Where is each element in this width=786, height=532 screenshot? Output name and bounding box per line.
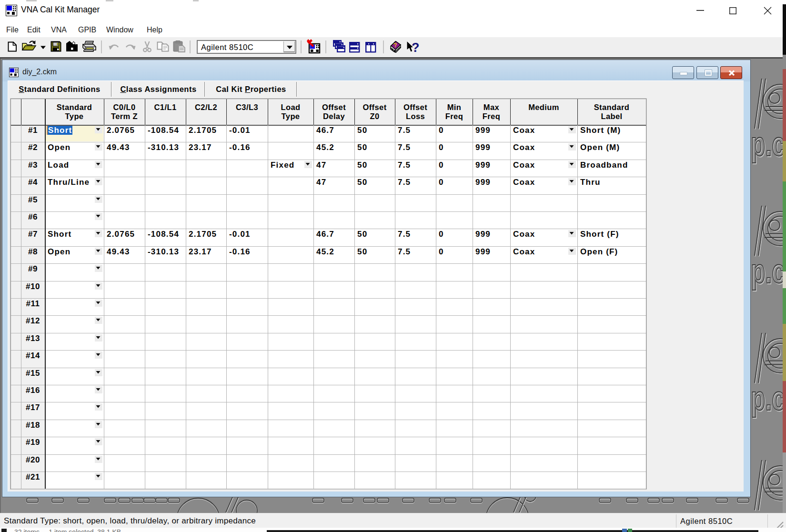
svg-text:p.c: p.c bbox=[751, 252, 783, 290]
svg-text:p.c: p.c bbox=[751, 506, 783, 513]
svg-text:p.c: p.c bbox=[751, 379, 783, 417]
svg-text:p.c: p.c bbox=[751, 125, 783, 163]
